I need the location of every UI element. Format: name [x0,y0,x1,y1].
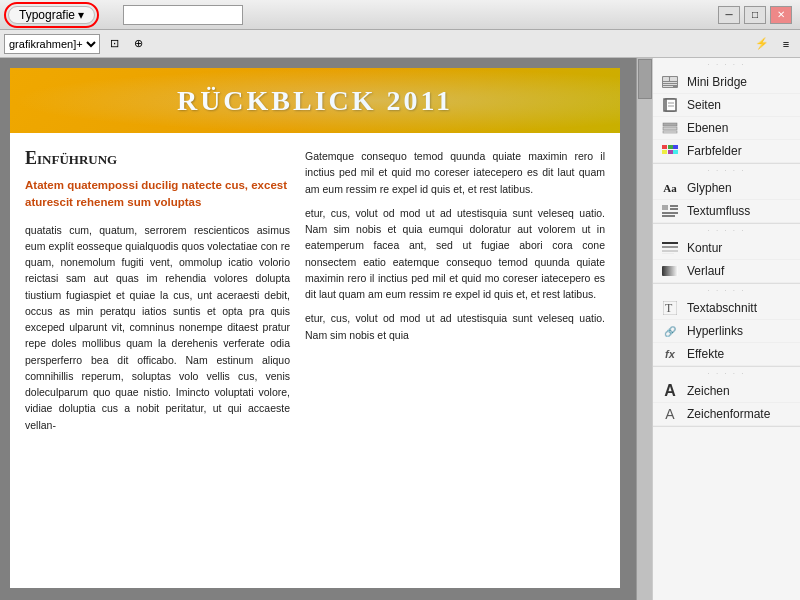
panel-section-effects1: Kontur Verlauf [653,237,800,284]
zeichenformate-label: Zeichenformate [687,407,770,421]
panel-item-zeichen[interactable]: A Zeichen [653,380,800,403]
panel-item-verlauf[interactable]: Verlauf [653,260,800,283]
panel-section-typography: A Zeichen A Zeichenformate [653,380,800,427]
body-text-right-mid: etur, cus, volut od mod ut ad utestisqui… [305,205,605,303]
panel-item-zeichenformate[interactable]: A Zeichenformate [653,403,800,426]
ebenen-label: Ebenen [687,121,728,135]
svg-rect-12 [663,131,677,133]
section-heading: Einführung [25,148,290,169]
lightning-icon[interactable]: ⚡ [752,34,772,54]
close-button[interactable]: ✕ [770,6,792,24]
svg-rect-19 [662,205,668,210]
title-bar: Typografie ▾ ─ □ ✕ [0,0,800,30]
svg-rect-10 [663,123,677,126]
scrollbar-thumb[interactable] [638,59,652,99]
panel-divider-4: · · · · · [653,367,800,380]
panel-item-ebenen[interactable]: Ebenen [653,117,800,140]
svg-rect-2 [670,77,677,81]
textumfluss-icon [661,204,679,218]
effekte-label: Effekte [687,347,724,361]
column-left: Einführung Atatem quatempossi ducilig na… [25,148,290,433]
search-area [123,5,243,25]
window-controls: ─ □ ✕ [718,6,792,24]
panel-divider-1: · · · · · [653,164,800,177]
ebenen-icon [661,121,679,135]
verlauf-label: Verlauf [687,264,724,278]
svg-rect-13 [662,145,667,149]
intro-highlight-text: Atatem quatempossi ducilig natecte cus, … [25,177,290,212]
restore-button[interactable]: □ [744,6,766,24]
right-panel: · · · · · Mini Bridge Seiten Ebenen [652,58,800,600]
panel-divider-3: · · · · · [653,284,800,297]
title-bar-left: Typografie ▾ [8,5,243,25]
body-text-right-bot: etur, cus, volut od mod ut ad utestisqui… [305,310,605,343]
panel-item-textumfluss[interactable]: Textumfluss [653,200,800,223]
svg-rect-17 [668,150,673,154]
frame-select[interactable]: grafikrahmen]+ [4,34,100,54]
icon1-button[interactable]: ⊡ [104,34,124,54]
panel-item-farbfelder[interactable]: Farbfelder [653,140,800,163]
svg-rect-7 [666,99,676,111]
typography-menu[interactable]: Typografie ▾ [8,6,95,24]
effekte-icon: fx [661,347,679,361]
typography-label: Typografie [19,8,75,22]
glyphen-label: Glyphen [687,181,732,195]
textabschnitt-icon: T [661,301,679,315]
panel-item-seiten[interactable]: Seiten [653,94,800,117]
mini-bridge-icon [661,75,679,89]
content-area: Einführung Atatem quatempossi ducilig na… [10,133,620,448]
zeichen-label: Zeichen [687,384,730,398]
panel-item-mini-bridge[interactable]: Mini Bridge [653,71,800,94]
svg-text:T: T [665,301,673,315]
body-text-right-top: Gatemque consequo temod quunda quiate ma… [305,148,605,197]
zeichen-icon: A [661,384,679,398]
hyperlinks-icon: 🔗 [661,324,679,338]
panel-item-kontur[interactable]: Kontur [653,237,800,260]
page: Rückblick 2011 Einführung Atatem quatemp… [10,68,620,588]
panel-divider-top: · · · · · [653,58,800,71]
svg-rect-3 [663,82,677,83]
panel-item-glyphen[interactable]: Aa Glyphen [653,177,800,200]
body-text-left: quatatis cum, quatum, serrorem rescienti… [25,222,290,433]
column-right: Gatemque consequo temod quunda quiate ma… [305,148,605,433]
panel-item-hyperlinks[interactable]: 🔗 Hyperlinks [653,320,800,343]
panel-item-textabschnitt[interactable]: T Textabschnitt [653,297,800,320]
search-input[interactable] [123,5,243,25]
svg-rect-4 [663,84,677,85]
page-header: Rückblick 2011 [10,68,620,133]
svg-rect-1 [663,77,669,81]
seiten-label: Seiten [687,98,721,112]
glyphen-icon: Aa [661,181,679,195]
panel-divider-2: · · · · · [653,224,800,237]
verlauf-icon [661,264,679,278]
svg-rect-16 [662,150,667,154]
typography-arrow: ▾ [78,8,84,22]
svg-rect-15 [673,145,678,149]
mini-bridge-label: Mini Bridge [687,75,747,89]
kontur-label: Kontur [687,241,722,255]
svg-rect-14 [668,145,673,149]
svg-rect-28 [662,266,678,276]
page-title: Rückblick 2011 [177,85,453,117]
farbfelder-label: Farbfelder [687,144,742,158]
toolbar-right: ⚡ ≡ [752,34,796,54]
document-area: Rückblick 2011 Einführung Atatem quatemp… [0,58,652,600]
panel-section-main: Mini Bridge Seiten Ebenen Farbfelder [653,71,800,164]
svg-rect-18 [673,150,678,154]
minimize-button[interactable]: ─ [718,6,740,24]
menu-icon[interactable]: ≡ [776,34,796,54]
panel-section-advanced: T Textabschnitt 🔗 Hyperlinks fx Effekte [653,297,800,367]
hyperlinks-label: Hyperlinks [687,324,743,338]
svg-rect-5 [663,86,673,87]
kontur-icon [661,241,679,255]
main-area: Rückblick 2011 Einführung Atatem quatemp… [0,58,800,600]
panel-item-effekte[interactable]: fx Effekte [653,343,800,366]
textabschnitt-label: Textabschnitt [687,301,757,315]
textumfluss-label: Textumfluss [687,204,750,218]
icon2-button[interactable]: ⊕ [128,34,148,54]
farbfelder-icon [661,144,679,158]
panel-section-text: Aa Glyphen Textumfluss [653,177,800,224]
vertical-scrollbar[interactable] [636,58,652,600]
seiten-icon [661,98,679,112]
svg-rect-11 [663,127,677,130]
